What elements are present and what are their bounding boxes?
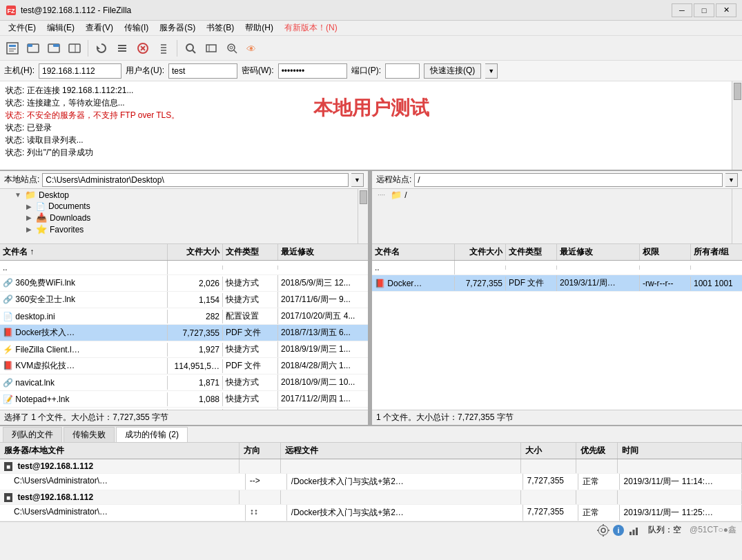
tree-item-downloads[interactable]: ▶ 📥 Downloads [0,212,358,223]
queue-file-row-2[interactable]: C:\Users\Administrator\… ↕↕ /Docker技术入门与… [0,505,742,521]
connect-dropdown[interactable]: ▼ [485,63,498,79]
info-icon[interactable]: i [612,524,625,537]
local-file-row-2[interactable]: 🔗 360安全卫士.lnk 1,154 快捷方式 2017/11/6/周一 9.… [0,292,368,308]
menu-file[interactable]: 文件(E) [3,21,41,35]
local-file-row-6[interactable]: 📕 KVM虚拟化技… 114,951,5… PDF 文件 2018/4/28/周… [0,358,368,374]
tree-item-desktop[interactable]: ▼ 📁 Desktop [0,189,358,201]
log-line-4: 状态: 已登录 [6,121,736,134]
file-type: 快捷方式 [223,391,278,407]
menu-update[interactable]: 有新版本！(N) [279,21,343,35]
local-file-row-4[interactable]: 📕 Docker技术入… 7,727,355 PDF 文件 2018/7/13/… [0,325,368,341]
username-input[interactable] [168,63,237,79]
tab-failed-transfers[interactable]: 传输失败 [64,427,115,442]
find-button[interactable] [222,39,242,58]
close-button[interactable]: ✕ [716,3,736,17]
queue-header: 服务器/本地文件 方向 远程文件 大小 优先级 时间 [0,443,742,459]
network-icon[interactable] [627,524,640,537]
new-tab-button[interactable] [23,39,43,58]
shortcut-icon: 🔗 [3,278,13,288]
col-remote[interactable]: 远程文件 [281,443,520,459]
col-filesize[interactable]: 文件大小 [168,244,223,260]
local-path-input[interactable] [42,173,349,187]
menu-transfer[interactable]: 传输(I) [119,21,154,35]
remote-file-row-up[interactable]: .. [372,261,742,275]
menu-help[interactable]: 帮助(H) [240,21,279,35]
local-tree-area: ▼ 📁 Desktop ▶ 📄 Documents ▶ 📥 Downloads … [0,189,368,244]
menu-view[interactable]: 查看(V) [80,21,119,35]
file-size: 7,727,355 [168,326,223,340]
toolbar-btn-9[interactable] [202,39,221,58]
local-file-row-8[interactable]: 📝 Notepad++.lnk 1,088 快捷方式 2017/11/2/周四 … [0,391,368,408]
log-line-3: 状态: 不安全的服务器，不支持 FTP over TLS。 [6,109,736,121]
maximize-button[interactable]: □ [694,3,714,17]
col-perms[interactable]: 权限 [640,244,691,260]
remote-file-row-1[interactable]: 📕 Docker… 7,727,355 PDF 文件 2019/3/11/周… … [372,275,742,292]
tree-item-favorites[interactable]: ▶ ⭐ Favorites [0,223,358,235]
tab-button-3[interactable] [65,39,84,58]
svg-line-24 [193,50,195,53]
refresh-button[interactable] [92,39,111,58]
col-owner[interactable]: 所有者/组 [691,244,742,260]
username-label: 用户名(U): [126,65,164,77]
address-bar: 主机(H): 用户名(U): 密码(W): 端口(P): 快速连接(Q) ▼ [0,61,742,81]
remote-path-input[interactable] [414,173,723,187]
port-input[interactable] [385,63,420,79]
svg-point-27 [228,44,235,51]
settings-icon[interactable] [597,524,609,537]
tab-button-2[interactable] [44,39,64,58]
col-filename[interactable]: 文件名 ↑ [0,244,168,260]
filezilla-icon: ⚡ [3,345,13,354]
col-modified[interactable]: 最近修改 [557,244,640,260]
search-button[interactable] [181,39,200,58]
local-file-row-7[interactable]: 🔗 navicat.lnk 1,871 快捷方式 2018/10/9/周二 10… [0,374,368,391]
log-scrollbar[interactable] [732,81,742,170]
menu-edit[interactable]: 编辑(E) [41,21,80,35]
cancel-button[interactable] [133,39,153,58]
col-filename[interactable]: 文件名 [372,244,455,260]
password-input[interactable] [278,63,347,79]
col-filesize[interactable]: 文件大小 [455,244,506,260]
queue-file-row-1[interactable]: C:\Users\Administrator\… --> /Docker技术入门… [0,474,742,490]
site-manager-button[interactable] [3,39,22,58]
svg-point-23 [186,44,193,51]
tree-item-root[interactable]: ···· 📁 / [372,189,732,201]
tab-queued-files[interactable]: 列队的文件 [3,427,62,442]
menu-bookmarks[interactable]: 书签(B) [201,21,240,35]
col-server[interactable]: 服务器/本地文件 [0,443,240,459]
svg-text:i: i [617,526,619,534]
file-size: 2,026 [168,277,223,290]
col-time[interactable]: 时间 [618,443,742,459]
remote-path-dropdown[interactable]: ▼ [725,173,738,187]
local-file-row-up[interactable]: .. [0,261,368,275]
col-modified[interactable]: 最近修改 [278,244,368,260]
local-path-dropdown[interactable]: ▼ [351,173,364,187]
tree-scrollbar[interactable] [358,189,368,243]
queue-server-row-1[interactable]: ■ test@192.168.1.112 [0,459,742,474]
queue-direction: ↕↕ [246,505,287,521]
svg-rect-41 [636,528,638,535]
minimize-button[interactable]: ─ [672,3,692,17]
tree-item-documents[interactable]: ▶ 📄 Documents [0,201,358,212]
col-direction[interactable]: 方向 [240,443,281,459]
local-file-row-5[interactable]: ⚡ FileZilla Client.l… 1,927 快捷方式 2018/9/… [0,341,368,358]
tab-successful-transfers[interactable]: 成功的传输 (2) [116,427,188,442]
host-input[interactable] [39,63,121,79]
separator-2 [177,40,177,57]
file-size: 282 [168,310,223,323]
col-priority[interactable]: 优先级 [576,443,618,459]
toolbar-btn-7[interactable] [154,39,173,58]
queue-server-row-2[interactable]: ■ test@192.168.1.112 [0,490,742,505]
queue-time: 2019/3/11/周一 11:25:… [620,505,742,521]
connect-button[interactable]: 快速连接(Q) [424,63,481,79]
remote-tree-scrollbar[interactable] [732,189,742,243]
file-modified: 2017/10/20/周五 4... [278,308,368,324]
menu-server[interactable]: 服务器(S) [154,21,201,35]
col-filetype[interactable]: 文件类型 [223,244,278,260]
col-filetype[interactable]: 文件类型 [506,244,557,260]
col-filesize[interactable]: 大小 [521,443,576,459]
expand-icon: ▶ [25,214,33,221]
local-file-row-3[interactable]: 📄 desktop.ini 282 配置设置 2017/10/20/周五 4..… [0,308,368,325]
local-file-row-1[interactable]: 🔗 360免费WiFi.lnk 2,026 快捷方式 2018/5/9/周三 1… [0,275,368,292]
toolbar-btn-5[interactable] [113,39,132,58]
browse-button[interactable]: 👁 [243,39,262,58]
